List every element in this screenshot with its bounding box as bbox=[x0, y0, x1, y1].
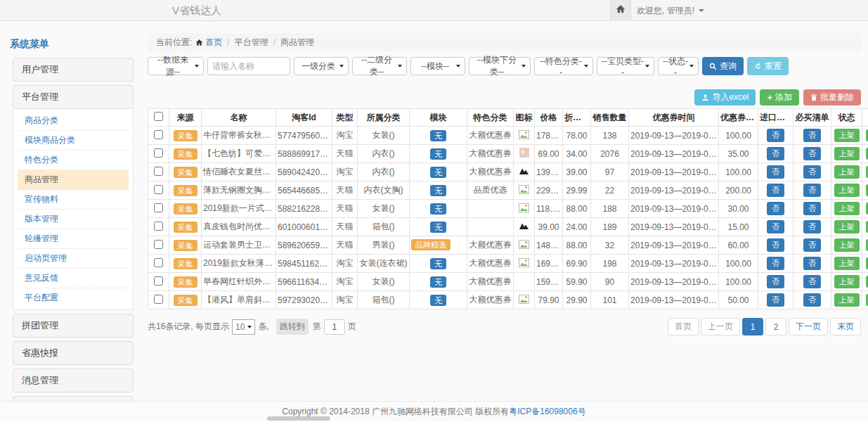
per-page-select[interactable]: 10 bbox=[232, 319, 255, 335]
status-toggle[interactable]: 上架 bbox=[834, 202, 860, 215]
sidebar-item-模块商品分类[interactable]: 模块商品分类 bbox=[18, 131, 129, 151]
pager-button-2[interactable]: 2 bbox=[765, 318, 786, 335]
status-toggle[interactable]: 上架 bbox=[834, 165, 860, 179]
filter-select-8[interactable]: --宝贝类型-- bbox=[597, 57, 654, 75]
module-none-badge[interactable]: 无 bbox=[430, 167, 446, 178]
records-total-text: 共16条记录, 每页显示 bbox=[148, 321, 229, 333]
status-toggle[interactable]: 上架 bbox=[834, 293, 860, 307]
sidebar-item-商品管理[interactable]: 商品管理 bbox=[18, 170, 129, 190]
status-toggle[interactable]: 上架 bbox=[834, 257, 860, 270]
status-toggle[interactable]: 上架 bbox=[834, 129, 860, 142]
import-select-toggle[interactable]: 否 bbox=[767, 202, 784, 215]
status-toggle[interactable]: 上架 bbox=[834, 184, 860, 197]
filter-select-5[interactable]: --模块-- bbox=[410, 57, 465, 75]
sidebar-item-轮播管理[interactable]: 轮播管理 bbox=[18, 229, 129, 249]
row-checkbox[interactable] bbox=[154, 222, 163, 231]
filter-select-9[interactable]: --状态-- bbox=[658, 57, 699, 75]
must-buy-toggle[interactable]: 否 bbox=[803, 238, 821, 252]
import-select-toggle[interactable]: 否 bbox=[767, 129, 784, 142]
import-select-toggle[interactable]: 否 bbox=[767, 184, 784, 197]
user-menu[interactable]: 欢迎您, 管理员! bbox=[637, 0, 704, 21]
sidebar-item-平台配置[interactable]: 平台配置 bbox=[18, 288, 129, 307]
row-checkbox[interactable] bbox=[154, 276, 163, 286]
status-toggle[interactable]: 上架 bbox=[834, 238, 860, 252]
select-all-checkbox[interactable] bbox=[154, 112, 163, 121]
row-checkbox[interactable] bbox=[154, 148, 163, 158]
page-number-input[interactable] bbox=[324, 319, 345, 335]
must-buy-toggle[interactable]: 否 bbox=[803, 257, 821, 270]
module-none-badge[interactable]: 无 bbox=[430, 258, 446, 269]
pager-button-1[interactable]: 1 bbox=[742, 318, 763, 335]
row-checkbox[interactable] bbox=[154, 130, 163, 139]
status-toggle[interactable]: 上架 bbox=[834, 220, 860, 234]
filter-select-4[interactable]: --二级分类-- bbox=[352, 57, 407, 75]
jump-button[interactable]: 跳转到 bbox=[276, 319, 309, 335]
row-checkbox[interactable] bbox=[154, 185, 163, 194]
sidebar-item-版本管理[interactable]: 版本管理 bbox=[18, 210, 129, 229]
sidebar-group-消息管理[interactable]: 消息管理 bbox=[13, 369, 134, 392]
filter-select-3[interactable]: 一级分类 bbox=[294, 57, 349, 75]
module-none-badge[interactable]: 无 bbox=[430, 148, 446, 160]
category-cell: 内衣(文胸) bbox=[358, 181, 410, 200]
import-excel-button[interactable]: 导入excel bbox=[694, 89, 756, 106]
sidebar-group-订单管理[interactable]: 订单管理 bbox=[13, 396, 134, 401]
product-name-cell: 牛仔背带裤女秋装减龄... bbox=[202, 127, 276, 145]
must-buy-toggle[interactable]: 否 bbox=[803, 129, 821, 142]
breadcrumb-home-link[interactable]: 首页 bbox=[205, 37, 222, 49]
operations-cell bbox=[862, 163, 868, 181]
sidebar-item-商品分类[interactable]: 商品分类 bbox=[18, 111, 129, 131]
reset-button[interactable]: 重置 bbox=[747, 57, 789, 75]
sidebar-group-省惠快报[interactable]: 省惠快报 bbox=[13, 341, 134, 365]
must-buy-toggle[interactable]: 否 bbox=[803, 147, 821, 160]
filter-select-6[interactable]: --模块下分类-- bbox=[469, 57, 531, 75]
sidebar-group-平台管理[interactable]: 平台管理 bbox=[13, 85, 134, 109]
row-checkbox[interactable] bbox=[154, 258, 163, 267]
row-checkbox[interactable] bbox=[154, 240, 163, 249]
import-select-toggle[interactable]: 否 bbox=[767, 238, 784, 252]
row-checkbox[interactable] bbox=[154, 203, 163, 212]
import-select-toggle[interactable]: 否 bbox=[767, 165, 784, 179]
sidebar-group-用户管理[interactable]: 用户管理 bbox=[13, 58, 134, 82]
status-toggle[interactable]: 上架 bbox=[834, 275, 860, 288]
import-select-toggle[interactable]: 否 bbox=[767, 293, 784, 307]
must-buy-toggle[interactable]: 否 bbox=[803, 184, 821, 197]
batch-delete-button[interactable]: 批量删除 bbox=[803, 89, 861, 106]
add-button[interactable]: + 添加 bbox=[760, 89, 799, 106]
import-select-toggle[interactable]: 否 bbox=[767, 220, 784, 234]
import-select-toggle[interactable]: 否 bbox=[767, 257, 784, 270]
name-search-input[interactable]: 请输入名称 bbox=[207, 57, 290, 75]
import-select-toggle[interactable]: 否 bbox=[767, 147, 784, 160]
row-checkbox[interactable] bbox=[154, 167, 163, 176]
must-buy-toggle[interactable]: 否 bbox=[803, 165, 821, 179]
module-none-badge[interactable]: 无 bbox=[430, 185, 446, 196]
module-none-badge[interactable]: 无 bbox=[430, 222, 446, 233]
sidebar-item-意见反馈[interactable]: 意见反馈 bbox=[18, 269, 129, 288]
pager-button-下一页[interactable]: 下一页 bbox=[789, 318, 828, 335]
sidebar-item-启动页管理[interactable]: 启动页管理 bbox=[18, 249, 129, 269]
module-none-badge[interactable]: 无 bbox=[430, 130, 446, 141]
module-none-badge[interactable]: 无 bbox=[430, 203, 446, 215]
status-toggle[interactable]: 上架 bbox=[834, 147, 860, 160]
row-checkbox[interactable] bbox=[154, 295, 163, 304]
must-buy-toggle[interactable]: 否 bbox=[803, 202, 821, 215]
must-buy-toggle[interactable]: 否 bbox=[803, 293, 821, 307]
icp-link[interactable]: 粤ICP备16098006号 bbox=[509, 406, 585, 418]
horizontal-scrollbar-thumb[interactable] bbox=[267, 416, 330, 421]
sidebar-item-特色分类[interactable]: 特色分类 bbox=[18, 151, 129, 170]
sidebar-item-宣传物料[interactable]: 宣传物料 bbox=[18, 190, 129, 210]
operations-cell bbox=[862, 145, 868, 163]
module-cell: 无 bbox=[410, 273, 467, 291]
filter-select-7[interactable]: --特色分类-- bbox=[534, 57, 593, 75]
pager-button-末页[interactable]: 末页 bbox=[830, 318, 861, 335]
row-checkbox-cell bbox=[148, 218, 169, 236]
import-select-toggle[interactable]: 否 bbox=[767, 275, 784, 288]
sidebar-group-拼团管理[interactable]: 拼团管理 bbox=[13, 314, 134, 338]
product-name-cell: 真皮钱包时尚优雅女士... bbox=[202, 218, 276, 236]
search-button[interactable]: 查询 bbox=[702, 57, 744, 75]
home-button[interactable] bbox=[610, 0, 631, 21]
must-buy-toggle[interactable]: 否 bbox=[803, 275, 821, 288]
must-buy-toggle[interactable]: 否 bbox=[803, 220, 821, 234]
module-none-badge[interactable]: 无 bbox=[430, 276, 446, 288]
module-none-badge[interactable]: 无 bbox=[430, 295, 446, 306]
filter-select-1[interactable]: --数据来源-- bbox=[148, 57, 204, 75]
